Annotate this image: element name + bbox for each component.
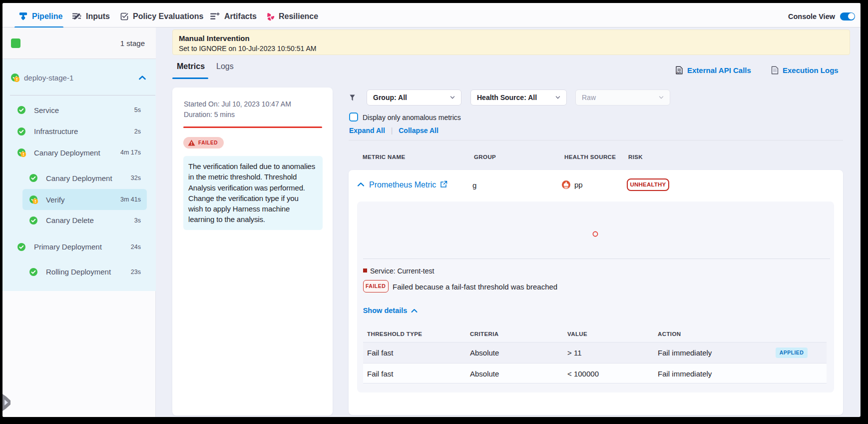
svg-text:API: API — [677, 71, 681, 74]
